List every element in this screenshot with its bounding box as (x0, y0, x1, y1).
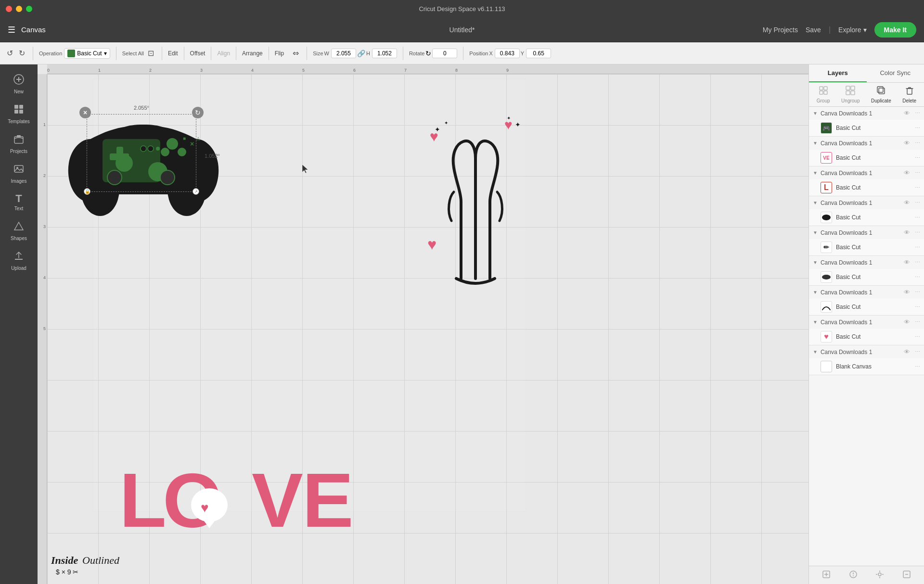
bottom-icon-3[interactable] (875, 570, 884, 580)
layer-group-header-4[interactable]: ▼ Canva Downloads 1 👁 ⋯ (809, 196, 924, 209)
make-it-button[interactable]: Make It (874, 22, 916, 38)
bottom-icon-1[interactable] (822, 570, 831, 580)
redo-button[interactable]: ↻ (17, 47, 27, 60)
eye-icon[interactable]: 👁 (904, 259, 910, 266)
eye-icon[interactable]: 👁 (904, 110, 910, 117)
layer-item-label: Basic Cut (836, 333, 911, 340)
sidebar-item-upload[interactable]: Upload (0, 247, 38, 275)
eye-icon[interactable]: 👁 (904, 348, 910, 355)
layer-eye[interactable]: ⋯ (915, 125, 920, 131)
layer-group-header-3[interactable]: ▼ Canva Downloads 1 👁 ⋯ (809, 166, 924, 179)
delete-action[interactable]: Delete (902, 86, 916, 103)
minimize-button[interactable] (16, 6, 22, 12)
maximize-button[interactable] (26, 6, 32, 12)
handle-bl[interactable]: 🔒 (84, 188, 90, 195)
y-input[interactable] (526, 49, 551, 58)
width-input[interactable] (331, 49, 356, 58)
layer-eye[interactable]: ⋯ (915, 304, 920, 310)
x-input[interactable] (495, 49, 520, 58)
delete-icon (905, 86, 914, 97)
sidebar-item-templates[interactable]: Templates (0, 100, 38, 128)
sidebar-item-images[interactable]: Images (0, 160, 38, 188)
undo-button[interactable]: ↺ (5, 47, 15, 60)
sidebar-item-label: Templates (8, 119, 30, 124)
flip-button[interactable]: ⇔ (291, 47, 301, 60)
layer-thumb: VE (821, 152, 832, 164)
eye-icon[interactable]: 👁 (904, 169, 910, 177)
tab-layers[interactable]: Layers (809, 64, 867, 82)
explore-button[interactable]: Explore ▾ (838, 26, 866, 34)
layer-eye[interactable]: ⋯ (915, 364, 920, 370)
edit-label[interactable]: Edit (168, 50, 178, 57)
layer-item-3[interactable]: L Basic Cut ⋯ (809, 179, 924, 196)
sidebar-item-text[interactable]: T Text (0, 190, 38, 215)
layer-group-header-2[interactable]: ▼ Canva Downloads 1 👁 ⋯ (809, 137, 924, 150)
layer-eye[interactable]: ⋯ (915, 274, 920, 280)
layer-item-1[interactable]: 🎮 Basic Cut ⋯ (809, 120, 924, 136)
ungroup-action[interactable]: Ungroup (841, 86, 860, 103)
sidebar-item-new[interactable]: New (0, 70, 38, 98)
group-action[interactable]: Group (817, 86, 830, 103)
titlebar: Cricut Design Space v6.11.113 (0, 0, 924, 17)
handle-br[interactable]: ↗ (192, 188, 199, 195)
my-projects-link[interactable]: My Projects (763, 26, 798, 34)
arrange-label[interactable]: Arrange (242, 50, 263, 57)
close-button[interactable] (6, 6, 12, 12)
sidebar-item-shapes[interactable]: Shapes (0, 217, 38, 245)
love-text-object[interactable]: L O ♥ V E (117, 452, 391, 541)
layer-item-7[interactable]: Basic Cut ⋯ (809, 299, 924, 315)
flip-label[interactable]: Flip (275, 50, 284, 57)
layer-eye[interactable]: ⋯ (915, 334, 920, 340)
layer-eye[interactable]: ⋯ (915, 185, 920, 191)
svg-rect-47 (820, 87, 823, 90)
operation-select[interactable]: Basic Cut ▾ (64, 48, 110, 59)
new-icon (13, 74, 24, 87)
svg-text:$ × 9 ✂: $ × 9 ✂ (56, 568, 78, 576)
layer-item-9[interactable]: Blank Canvas ⋯ (809, 358, 924, 375)
sidebar-item-projects[interactable]: Projects (0, 130, 38, 158)
menu-icon[interactable]: ☰ (8, 25, 15, 35)
layer-group-header-9[interactable]: ▼ Canva Downloads 1 👁 ⋯ (809, 345, 924, 358)
offset-label[interactable]: Offset (190, 50, 205, 57)
layer-group-header-1[interactable]: ▼ Canva Downloads 1 👁 ⋯ (809, 107, 924, 120)
layer-group-5: ▼ Canva Downloads 1 👁 ⋯ ✏ Basic Cut ⋯ (809, 226, 924, 256)
layer-item-8[interactable]: ♥ Basic Cut ⋯ (809, 329, 924, 345)
layer-thumb: L (821, 182, 832, 193)
bottom-icon-4[interactable] (902, 570, 911, 580)
save-button[interactable]: Save (806, 26, 821, 34)
eye-icon[interactable]: 👁 (904, 289, 910, 296)
tab-color-sync[interactable]: Color Sync (867, 64, 924, 82)
close-handle[interactable]: × (79, 107, 91, 118)
layer-group-header-5[interactable]: ▼ Canva Downloads 1 👁 ⋯ (809, 226, 924, 239)
more-icon: ⋯ (915, 140, 920, 146)
eye-icon[interactable]: 👁 (904, 318, 910, 326)
canvas-area[interactable]: 0 1 2 3 4 5 6 7 8 9 1 2 3 4 5 (38, 64, 808, 584)
layer-group-header-6[interactable]: ▼ Canva Downloads 1 👁 ⋯ (809, 256, 924, 269)
rotate-input[interactable] (432, 49, 457, 58)
position-group: Position X Y (469, 49, 551, 58)
eye-icon[interactable]: 👁 (904, 140, 910, 147)
height-label: H (366, 51, 370, 56)
height-input[interactable] (372, 49, 397, 58)
duplicate-action[interactable]: Duplicate (871, 86, 891, 103)
layers-list: ▼ Canva Downloads 1 👁 ⋯ 🎮 Basic Cut ⋯ ▼ … (809, 107, 924, 566)
canvas-content[interactable]: 🔒 ↗ × ↻ 2.055° 1.052° (47, 74, 808, 584)
controller-object[interactable]: 🔒 ↗ × ↻ 2.055° 1.052° (62, 101, 225, 223)
layer-item-6[interactable]: Basic Cut ⋯ (809, 269, 924, 285)
bottom-icon-2[interactable] (849, 570, 858, 580)
rotate-handle[interactable]: ↻ (192, 107, 204, 118)
layer-item-4[interactable]: Basic Cut ⋯ (809, 209, 924, 226)
layer-group-header-8[interactable]: ▼ Canva Downloads 1 👁 ⋯ (809, 316, 924, 329)
hand-gesture-object[interactable]: ♥ ♥ ♥ ✦ ✦ ✦ ✦ (423, 96, 528, 309)
select-all-button[interactable]: ⊡ (146, 47, 156, 60)
layer-eye[interactable]: ⋯ (915, 155, 920, 161)
layer-group-6: ▼ Canva Downloads 1 👁 ⋯ Basic Cut ⋯ (809, 256, 924, 286)
eye-icon[interactable]: 👁 (904, 199, 910, 206)
link-icon[interactable]: 🔗 (357, 50, 365, 57)
layer-item-5[interactable]: ✏ Basic Cut ⋯ (809, 239, 924, 255)
layer-eye[interactable]: ⋯ (915, 244, 920, 251)
layer-group-header-7[interactable]: ▼ Canva Downloads 1 👁 ⋯ (809, 286, 924, 299)
layer-eye[interactable]: ⋯ (915, 215, 920, 221)
eye-icon[interactable]: 👁 (904, 229, 910, 236)
layer-item-2[interactable]: VE Basic Cut ⋯ (809, 150, 924, 166)
